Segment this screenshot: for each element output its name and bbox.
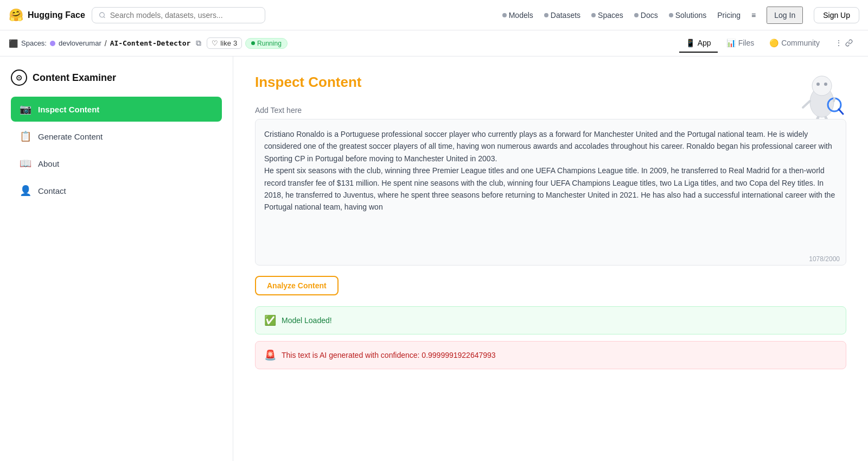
main-layout: ⊙ Content Examiner 📷 Inspect Content 📋 G… (0, 56, 868, 461)
nav-spaces[interactable]: Spaces (591, 11, 623, 20)
running-badge: Running (245, 38, 288, 49)
inspector-robot (797, 70, 846, 125)
nav-pricing[interactable]: Pricing (717, 11, 741, 20)
sidebar-about-label: About (38, 159, 59, 168)
like-badge[interactable]: ♡ like 3 (207, 37, 242, 49)
logo-emoji: 🤗 (9, 8, 23, 22)
sidebar-item-about[interactable]: 📖 About (11, 151, 222, 176)
generate-icon: 📋 (20, 130, 31, 142)
model-loaded-box: ✅ Model Loaded! (255, 306, 846, 334)
inspect-icon: 📷 (20, 103, 31, 115)
brand-name: Hugging Face (28, 10, 85, 20)
nav-models[interactable]: Models (502, 11, 533, 20)
ai-result-text: This text is AI generated with confidenc… (282, 351, 496, 359)
copy-link-button[interactable]: ⧉ (194, 37, 203, 49)
sidebar-item-contact[interactable]: 👤 Contact (11, 178, 222, 203)
link-icon (845, 39, 853, 47)
analyze-content-button[interactable]: Analyze Content (255, 276, 339, 295)
sidebar-item-inspect[interactable]: 📷 Inspect Content (11, 97, 222, 122)
solutions-dot (669, 13, 673, 17)
sidebar-title: ⊙ Content Examiner (11, 70, 222, 86)
like-label: like (220, 39, 231, 47)
tab-community-label: Community (781, 39, 820, 47)
search-input[interactable] (110, 11, 258, 20)
textarea-wrapper: Cristiano Ronaldo is a Portuguese profes… (255, 119, 846, 267)
space-bar-left: ⬛ Spaces: devloverumar / AI-Content-Dete… (9, 37, 675, 49)
char-count: 1078/2000 (809, 255, 840, 263)
like-count: 3 (233, 39, 237, 47)
space-name-link[interactable]: AI-Content-Detector (110, 39, 191, 47)
search-bar[interactable] (92, 7, 265, 23)
community-icon: 🟡 (769, 39, 778, 47)
sidebar-generate-label: Generate Content (38, 132, 103, 141)
nav-links: Models Datasets Spaces Docs Solutions Pr… (502, 7, 859, 24)
svg-line-1 (104, 16, 105, 17)
svg-point-0 (99, 12, 104, 17)
heart-icon: ♡ (212, 39, 218, 47)
spaces-dot (591, 13, 596, 17)
tab-community[interactable]: 🟡 Community (763, 34, 826, 53)
svg-line-7 (839, 109, 843, 114)
sidebar-nav: 📷 Inspect Content 📋 Generate Content 📖 A… (11, 97, 222, 203)
nav-docs[interactable]: Docs (634, 11, 658, 20)
space-bar: ⬛ Spaces: devloverumar / AI-Content-Dete… (0, 30, 868, 56)
spaces-icon: ⬛ (9, 39, 18, 48)
app-icon: 📱 (686, 39, 695, 47)
running-dot (251, 41, 255, 45)
about-icon: 📖 (20, 157, 31, 169)
page-title: Inspect Content (255, 74, 846, 91)
user-dot (50, 41, 55, 46)
spaces-label: Spaces: (21, 39, 47, 47)
tab-more[interactable]: ⋮ (828, 34, 859, 53)
svg-point-3 (812, 76, 832, 96)
sidebar-inspect-label: Inspect Content (38, 105, 99, 114)
space-bar-right: 📱 App 📊 Files 🟡 Community ⋮ (679, 34, 859, 53)
svg-point-5 (824, 83, 827, 86)
files-icon: 📊 (726, 39, 736, 47)
main-content: Inspect Content Add Text here Cristiano … (233, 56, 868, 461)
sidebar-title-text: Content Examiner (33, 72, 116, 84)
svg-line-9 (834, 98, 834, 101)
tab-files[interactable]: 📊 Files (720, 34, 761, 53)
contact-icon: 👤 (20, 185, 31, 197)
datasets-dot (544, 13, 548, 17)
warning-icon: 🚨 (264, 349, 276, 361)
sidebar-contact-label: Contact (38, 186, 66, 195)
search-icon (99, 11, 106, 19)
svg-line-8 (803, 101, 810, 108)
add-text-label: Add Text here (255, 106, 846, 115)
slash: / (105, 39, 107, 48)
running-label: Running (257, 40, 282, 47)
check-icon: ✅ (264, 314, 276, 326)
sidebar: ⊙ Content Examiner 📷 Inspect Content 📋 G… (0, 56, 233, 461)
space-user-link[interactable]: devloverumar (59, 39, 101, 47)
docs-dot (634, 13, 639, 17)
nav-solutions[interactable]: Solutions (669, 11, 707, 20)
sidebar-item-generate[interactable]: 📋 Generate Content (11, 124, 222, 149)
ai-result-box: 🚨 This text is AI generated with confide… (255, 341, 846, 369)
models-dot (502, 13, 507, 17)
login-button[interactable]: Log In (767, 7, 803, 24)
tab-app-label: App (698, 39, 711, 47)
signup-button[interactable]: Sign Up (814, 7, 859, 23)
content-textarea[interactable]: Cristiano Ronaldo is a Portuguese profes… (255, 119, 846, 266)
tab-files-label: Files (738, 39, 755, 47)
more-dots-icon: ⋮ (835, 39, 843, 47)
svg-point-4 (816, 83, 820, 86)
sidebar-logo-icon: ⊙ (11, 70, 27, 86)
model-loaded-text: Model Loaded! (282, 316, 332, 325)
top-nav: 🤗 Hugging Face Models Datasets Spaces Do… (0, 0, 868, 30)
nav-extra[interactable]: ≡ (751, 11, 756, 20)
robot-figure-svg (797, 70, 846, 124)
tab-app[interactable]: 📱 App (679, 34, 718, 53)
nav-datasets[interactable]: Datasets (544, 11, 580, 20)
logo[interactable]: 🤗 Hugging Face (9, 8, 85, 22)
